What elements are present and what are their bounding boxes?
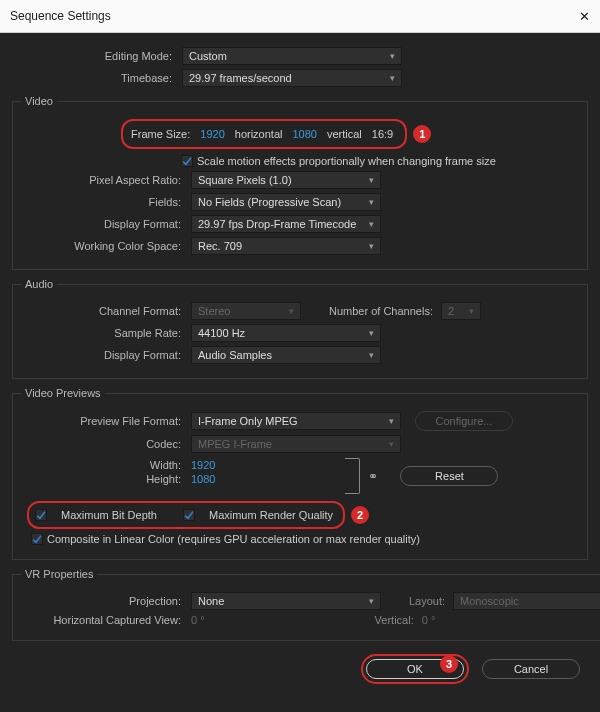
link-icon[interactable]: ⚭ [368,469,378,483]
previews-group: Video Previews Preview File Format: I-Fr… [12,387,588,560]
chevron-down-icon: ▾ [289,306,294,316]
preview-ff-select[interactable]: I-Frame Only MPEG ▾ [191,412,401,430]
horizontal-label: horizontal [235,128,283,140]
aspect-ratio-label: 16:9 [372,128,393,140]
vr-legend: VR Properties [21,568,97,580]
video-legend: Video [21,95,57,107]
preview-width-label: Width: [21,459,191,471]
vertical-label: vertical [327,128,362,140]
codec-select: MPEG I-Frame ▾ [191,435,401,453]
num-channels-select: 2 ▾ [441,302,481,320]
chevron-down-icon: ▾ [390,73,395,83]
chevron-down-icon: ▾ [390,51,395,61]
max-quality-container: Maximum Bit Depth Maximum Render Quality… [27,501,345,529]
audio-display-format-select[interactable]: Audio Samples ▾ [191,346,381,364]
frame-width-input[interactable]: 1920 [200,128,224,140]
layout-value: Monoscopic [460,595,519,607]
chevron-down-icon: ▾ [389,416,394,426]
link-bracket-icon [345,458,360,494]
sample-rate-select[interactable]: 44100 Hz ▾ [191,324,381,342]
num-channels-value: 2 [448,305,454,317]
display-format-value: 29.97 fps Drop-Frame Timecode [198,218,356,230]
chevron-down-icon: ▾ [369,350,374,360]
projection-value: None [198,595,224,607]
cancel-button[interactable]: Cancel [482,659,580,679]
chevron-down-icon: ▾ [369,175,374,185]
composite-linear-label: Composite in Linear Color (requires GPU … [47,533,420,545]
channel-format-label: Channel Format: [21,305,191,317]
hcv-value: 0 ° [191,614,205,626]
sample-rate-label: Sample Rate: [21,327,191,339]
par-value: Square Pixels (1.0) [198,174,292,186]
layout-label: Layout: [409,595,445,607]
sample-rate-value: 44100 Hz [198,327,245,339]
chevron-down-icon: ▾ [369,328,374,338]
par-select[interactable]: Square Pixels (1.0) ▾ [191,171,381,189]
working-cs-label: Working Color Space: [21,240,191,252]
codec-value: MPEG I-Frame [198,438,272,450]
codec-label: Codec: [21,438,191,450]
chevron-down-icon: ▾ [389,439,394,449]
par-label: Pixel Aspect Ratio: [21,174,191,186]
projection-select[interactable]: None ▾ [191,592,381,610]
audio-display-format-label: Display Format: [21,349,191,361]
fields-label: Fields: [21,196,191,208]
timebase-label: Timebase: [12,72,182,84]
display-format-label: Display Format: [21,218,191,230]
reset-button[interactable]: Reset [400,466,498,486]
timebase-select[interactable]: 29.97 frames/second ▾ [182,69,402,87]
chevron-down-icon: ▾ [469,306,474,316]
timebase-value: 29.97 frames/second [189,72,292,84]
working-cs-value: Rec. 709 [198,240,242,252]
annotation-2: 2 [351,506,369,524]
configure-button: Configure... [415,411,513,431]
display-format-select[interactable]: 29.97 fps Drop-Frame Timecode ▾ [191,215,381,233]
video-group: Video Frame Size: 1920 horizontal 1080 v… [12,95,588,270]
close-icon[interactable]: ✕ [579,9,590,24]
num-channels-label: Number of Channels: [329,305,433,317]
max-bit-depth-checkbox[interactable] [35,509,47,521]
scale-motion-label: Scale motion effects proportionally when… [197,155,496,167]
window-title: Sequence Settings [10,9,111,23]
chevron-down-icon: ▾ [369,219,374,229]
max-bit-depth-label: Maximum Bit Depth [61,509,157,521]
preview-height-input[interactable]: 1080 [191,473,215,485]
preview-ff-label: Preview File Format: [21,415,191,427]
fields-value: No Fields (Progressive Scan) [198,196,341,208]
frame-size-label: Frame Size: [131,128,190,140]
working-cs-select[interactable]: Rec. 709 ▾ [191,237,381,255]
chevron-down-icon: ▾ [369,241,374,251]
max-render-quality-label: Maximum Render Quality [209,509,333,521]
audio-group: Audio Channel Format: Stereo ▾ Number of… [12,278,588,379]
hcv-label: Horizontal Captured View: [21,614,191,626]
max-render-quality-checkbox[interactable] [183,509,195,521]
channel-format-select: Stereo ▾ [191,302,301,320]
layout-select: Monoscopic ▾ [453,592,600,610]
audio-display-format-value: Audio Samples [198,349,272,361]
editing-mode-label: Editing Mode: [12,50,182,62]
frame-size-container: Frame Size: 1920 horizontal 1080 vertica… [121,119,407,149]
projection-label: Projection: [21,595,191,607]
composite-linear-checkbox[interactable] [31,533,43,545]
scale-motion-checkbox[interactable] [181,155,193,167]
annotation-1: 1 [413,125,431,143]
preview-ff-value: I-Frame Only MPEG [198,415,298,427]
chevron-down-icon: ▾ [369,197,374,207]
fields-select[interactable]: No Fields (Progressive Scan) ▾ [191,193,381,211]
editing-mode-value: Custom [189,50,227,62]
title-bar: Sequence Settings ✕ [0,0,600,33]
preview-height-label: Height: [21,473,191,485]
frame-height-input[interactable]: 1080 [292,128,316,140]
vr-group: VR Properties Projection: None ▾ Layout:… [12,568,600,641]
annotation-3: 3 [440,655,458,673]
previews-legend: Video Previews [21,387,105,399]
channel-format-value: Stereo [198,305,230,317]
audio-legend: Audio [21,278,57,290]
preview-width-input[interactable]: 1920 [191,459,215,471]
editing-mode-select[interactable]: Custom ▾ [182,47,402,65]
chevron-down-icon: ▾ [369,596,374,606]
vr-vertical-value: 0 ° [422,614,436,626]
vr-vertical-label: Vertical: [375,614,414,626]
